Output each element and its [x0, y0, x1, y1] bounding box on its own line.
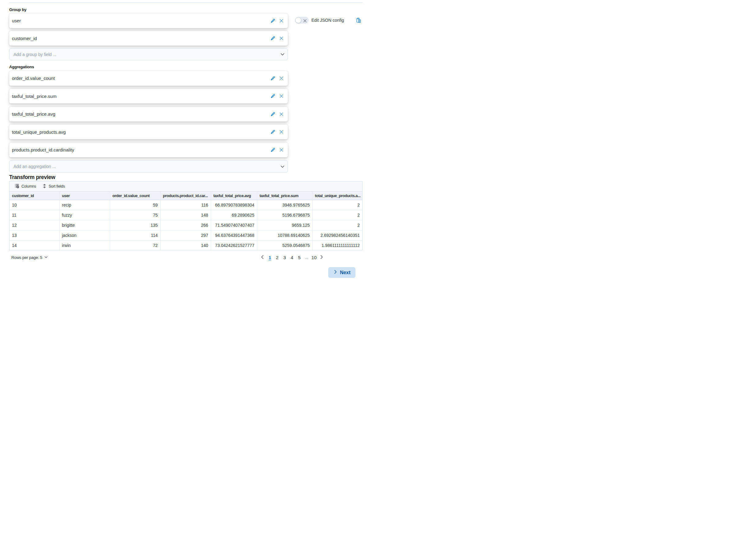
aggregations-label: Aggregations	[9, 65, 34, 69]
page-number-button[interactable]: 5	[296, 254, 303, 261]
delete-aggregation-button[interactable]	[279, 94, 284, 99]
column-header[interactable]: order_id.value_count	[110, 192, 160, 200]
table-cell[interactable]: fuzzy	[59, 210, 110, 220]
edit-aggregation-button[interactable]	[271, 94, 275, 99]
next-page-button[interactable]	[318, 254, 325, 261]
table-cell[interactable]: 5196.6796875	[257, 210, 312, 220]
next-button[interactable]: Next	[328, 267, 356, 278]
table-cell[interactable]: 94.63764391447368	[211, 230, 257, 240]
delete-aggregation-button[interactable]	[279, 129, 284, 134]
preview-table: customer_iduserorder_id.value_countprodu…	[9, 192, 362, 250]
pencil-icon	[271, 94, 275, 99]
table-cell[interactable]: irwin	[59, 240, 110, 250]
table-cell[interactable]: 73.04242621527777	[211, 240, 257, 250]
page-number-button[interactable]: 1	[266, 254, 274, 261]
page-number-button[interactable]: 3	[281, 254, 288, 261]
edit-json-config-toggle[interactable]	[295, 17, 309, 24]
delete-aggregation-button[interactable]	[279, 76, 284, 81]
edit-aggregation-button[interactable]	[271, 129, 275, 134]
table-cell[interactable]: 2.692982456140351	[312, 230, 362, 240]
table-cell[interactable]: 2	[312, 220, 362, 230]
chevron-down-icon	[280, 164, 288, 169]
delete-group-by-button[interactable]	[279, 36, 284, 41]
cross-icon	[279, 36, 284, 41]
columns-button[interactable]: Columns	[15, 184, 36, 189]
edit-aggregation-button[interactable]	[271, 147, 275, 152]
add-aggregation-combobox[interactable]: Add an aggregation ...	[9, 160, 288, 173]
table-cell[interactable]: 297	[160, 230, 211, 240]
table-cell[interactable]: 72	[110, 240, 160, 250]
delete-aggregation-button[interactable]	[279, 112, 284, 117]
table-cell[interactable]: 69.2890625	[211, 210, 257, 220]
table-cell[interactable]: 135	[110, 220, 160, 230]
table-cell[interactable]: 59	[110, 200, 160, 210]
chevron-right-icon	[333, 270, 338, 275]
sort-fields-button[interactable]: Sort fields	[43, 184, 65, 189]
table-cell[interactable]: 140	[160, 240, 211, 250]
edit-group-by-button[interactable]	[271, 18, 275, 23]
page-number-button[interactable]: 2	[274, 254, 281, 261]
page-number-button[interactable]: 4	[288, 254, 296, 261]
rows-per-page-label: Rows per page: 5	[11, 255, 42, 260]
columns-button-label: Columns	[21, 184, 36, 189]
delete-aggregation-button[interactable]	[279, 147, 284, 152]
table-cell[interactable]: brigitte	[59, 220, 110, 230]
table-cell[interactable]: 66.89790783898304	[211, 200, 257, 210]
table-cell[interactable]: 266	[160, 220, 211, 230]
chevron-down-icon	[44, 255, 48, 260]
table-cell[interactable]: recip	[59, 200, 110, 210]
column-header[interactable]: total_unique_products.a...	[312, 192, 362, 200]
table-cell[interactable]: 9659.125	[257, 220, 312, 230]
add-group-by-combobox[interactable]: Add a group by field ...	[9, 48, 288, 60]
toggle-off-cross-icon	[304, 19, 307, 23]
column-header[interactable]: customer_id	[9, 192, 59, 200]
table-row: 13jackson11429794.6376439144736810788.69…	[9, 230, 362, 240]
table-cell[interactable]: 3946.9765625	[257, 200, 312, 210]
table-cell[interactable]: 13	[9, 230, 59, 240]
table-cell[interactable]: 14	[9, 240, 59, 250]
table-cell[interactable]: 2	[312, 200, 362, 210]
pencil-icon	[271, 147, 275, 152]
table-cell[interactable]: 114	[110, 230, 160, 240]
table-cell[interactable]: 11	[9, 210, 59, 220]
chevron-right-icon	[319, 255, 324, 260]
cross-icon	[279, 94, 284, 99]
table-cell[interactable]: 10	[9, 200, 59, 210]
page-number-button[interactable]: 10	[311, 254, 318, 261]
column-header[interactable]: taxful_total_price.sum	[257, 192, 312, 200]
table-cell[interactable]: 148	[160, 210, 211, 220]
table-cell[interactable]: 75	[110, 210, 160, 220]
group-by-item: customer_id	[9, 31, 288, 46]
copy-clipboard-icon	[356, 18, 361, 23]
column-header[interactable]: user	[59, 192, 110, 200]
cross-icon	[279, 76, 284, 81]
cross-icon	[279, 18, 284, 23]
rows-per-page-button[interactable]: Rows per page: 5	[11, 255, 48, 260]
table-cell[interactable]: 71.54907407407407	[211, 220, 257, 230]
pencil-icon	[271, 18, 275, 23]
previous-page-button[interactable]	[259, 254, 266, 261]
aggregation-item: taxful_total_price.avg	[9, 107, 288, 121]
table-cell[interactable]: 2	[312, 210, 362, 220]
column-header[interactable]: taxful_total_price.avg	[211, 192, 257, 200]
grid-toolbar: Columns Sort fields	[9, 181, 362, 192]
table-cell[interactable]: 10788.69140625	[257, 230, 312, 240]
aggregation-item-label: taxful_total_price.sum	[9, 94, 271, 99]
table-cell[interactable]: jackson	[59, 230, 110, 240]
pencil-icon	[271, 112, 275, 117]
pencil-icon	[271, 36, 275, 41]
pencil-icon	[271, 76, 275, 81]
pagination: 12345...10	[259, 254, 325, 261]
edit-aggregation-button[interactable]	[271, 76, 275, 81]
table-cell[interactable]: 5259.0546875	[257, 240, 312, 250]
copy-to-clipboard-button[interactable]	[356, 18, 361, 23]
edit-aggregation-button[interactable]	[271, 112, 275, 117]
table-cell[interactable]: 116	[160, 200, 211, 210]
edit-group-by-button[interactable]	[271, 36, 275, 41]
table-row: 14irwin7214073.042426215277775259.054687…	[9, 240, 362, 250]
delete-group-by-button[interactable]	[279, 18, 284, 23]
table-cell[interactable]: 1.9861111111111112	[312, 240, 362, 250]
aggregation-item-label: products.product_id.cardinality	[9, 147, 271, 152]
column-header[interactable]: products.product_id.car...	[160, 192, 211, 200]
table-cell[interactable]: 12	[9, 220, 59, 230]
